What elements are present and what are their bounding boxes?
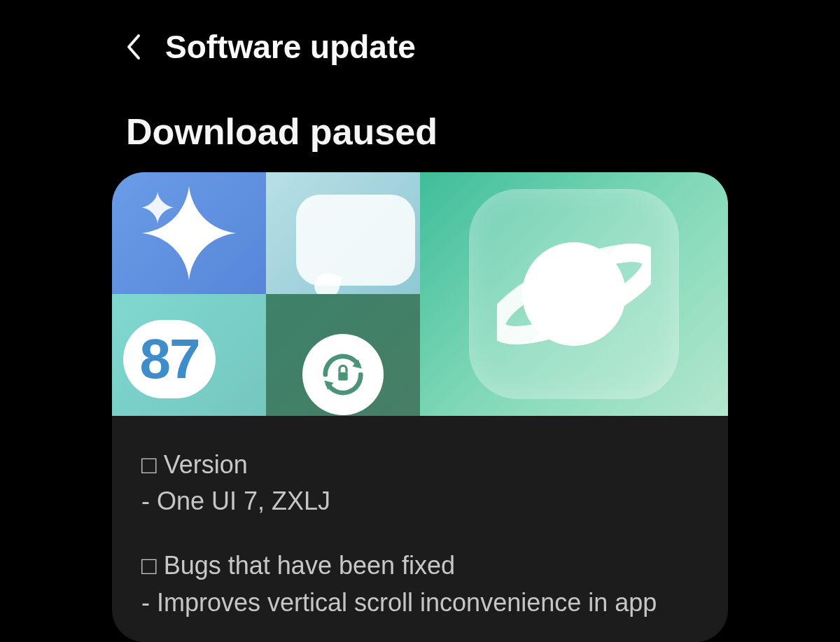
svg-rect-6 <box>338 372 347 381</box>
update-banner: 87 <box>112 172 728 416</box>
frosted-card <box>469 189 679 399</box>
notes-section-bugs: □ Bugs that have been fixed - Improves v… <box>141 547 699 620</box>
number-pill: 87 <box>123 320 216 398</box>
banner-tile-sparkle <box>112 172 266 294</box>
banner-tile-number: 87 <box>112 294 266 416</box>
planet-icon <box>497 217 651 371</box>
sync-lock-icon <box>302 334 384 415</box>
notes-line: - Improves vertical scroll inconvenience… <box>141 585 699 621</box>
update-card: 87 □ Version - One UI 7, ZX <box>112 172 728 642</box>
sparkle-icon <box>140 184 238 282</box>
section-header: □ Version <box>141 447 699 483</box>
banner-tile-bubble <box>266 172 420 294</box>
software-update-screen: Software update Download paused <box>98 0 742 642</box>
notes-section-version: □ Version - One UI 7, ZXLJ <box>141 447 699 519</box>
chat-bubble-icon <box>296 195 415 286</box>
download-status: Download paused <box>98 80 742 172</box>
page-title: Software update <box>165 28 416 66</box>
chevron-left-icon <box>125 33 141 61</box>
banner-tile-planet <box>420 172 728 416</box>
back-button[interactable] <box>119 33 147 61</box>
section-header: □ Bugs that have been fixed <box>141 547 699 584</box>
release-notes[interactable]: □ Version - One UI 7, ZXLJ □ Bugs that h… <box>112 416 728 642</box>
notes-line: - One UI 7, ZXLJ <box>141 483 699 519</box>
header-bar: Software update <box>98 0 742 80</box>
banner-tile-sync <box>266 294 420 416</box>
